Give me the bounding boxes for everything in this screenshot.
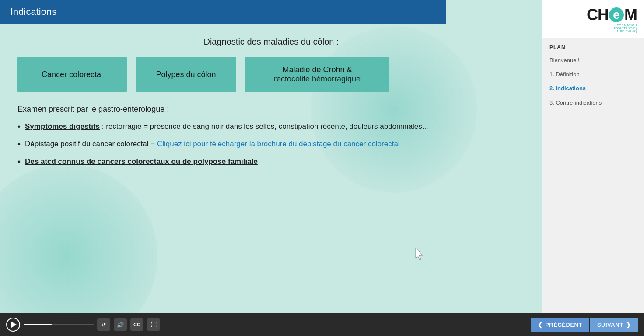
sidebar: CH e M FORMATIONASSISTANT(E)MÉDICAL(E) P…: [542, 0, 644, 313]
disease-boxes-row: Cancer colorectal Polypes du côlon Malad…: [18, 57, 525, 92]
volume-button[interactable]: 🔊: [114, 318, 127, 331]
bullet-list: Symptômes digestifs : rectorragie = prés…: [18, 121, 525, 167]
bullet-item-2: Dépistage positif du cancer colorectal =…: [18, 138, 525, 150]
brochure-link[interactable]: Cliquez ici pour télécharger la brochure…: [157, 140, 400, 148]
bullet-item-1: Symptômes digestifs : rectorragie = prés…: [18, 121, 525, 132]
disease-box-3: Maladie de Crohn &rectocolite hémorragiq…: [245, 57, 389, 92]
logo-e: e: [609, 7, 624, 22]
plan-section: PLAN Bienvenue ! 1. Définition 2. Indica…: [542, 38, 644, 313]
logo-ch: CH: [587, 7, 609, 23]
diagnostic-heading: Diagnostic des maladies du côlon :: [18, 37, 525, 47]
nav-buttons: ❮ PRÉCÉDENT SUIVANT ❯: [531, 318, 638, 332]
controls-bar: ↺ 🔊 CC ⛶ ❮ PRÉCÉDENT SUIVANT ❯: [0, 313, 644, 336]
play-icon: [11, 322, 17, 328]
plan-item-definition[interactable]: 1. Définition: [550, 71, 637, 78]
play-button[interactable]: [6, 318, 20, 332]
bullet-item-3: Des atcd connus de cancers colorectaux o…: [18, 156, 525, 167]
plan-label: PLAN: [550, 44, 637, 50]
logo-subtitle: FORMATIONASSISTANT(E)MÉDICAL(E): [587, 24, 637, 33]
fullscreen-button[interactable]: ⛶: [147, 318, 160, 331]
prescribed-text: Examen prescrit par le gastro-entérologu…: [18, 105, 525, 114]
symptomes-label: Symptômes digestifs: [25, 122, 100, 131]
slide-area: Indications Diagnostic des maladies du c…: [0, 0, 542, 313]
progress-bar-fill: [24, 324, 52, 325]
progress-bar[interactable]: [24, 324, 94, 325]
disease-box-2: Polypes du côlon: [136, 57, 236, 92]
plan-item-contre-indications[interactable]: 3. Contre-indications: [550, 99, 637, 107]
slide-title: Indications: [0, 0, 446, 24]
plan-item-indications[interactable]: 2. Indications: [550, 85, 637, 92]
next-button[interactable]: SUIVANT ❯: [590, 318, 638, 332]
disease-box-1: Cancer colorectal: [18, 57, 127, 92]
replay-button[interactable]: ↺: [97, 318, 110, 331]
plan-item-bienvenue[interactable]: Bienvenue !: [550, 57, 637, 64]
plan-items: Bienvenue ! 1. Définition 2. Indications…: [550, 57, 637, 107]
prev-button[interactable]: ❮ PRÉCÉDENT: [531, 318, 589, 332]
cc-button[interactable]: CC: [130, 318, 144, 331]
logo-m: M: [624, 7, 637, 23]
logo-area: CH e M FORMATIONASSISTANT(E)MÉDICAL(E): [542, 0, 644, 38]
